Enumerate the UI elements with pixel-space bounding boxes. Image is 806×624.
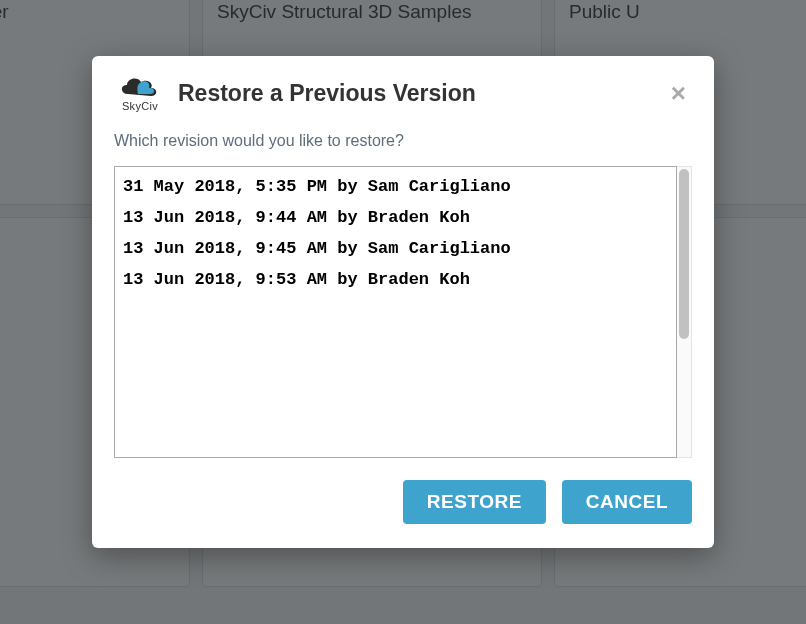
logo-text: SkyCiv xyxy=(114,100,166,112)
restore-version-modal: SkyCiv Restore a Previous Version × Whic… xyxy=(92,56,714,548)
revision-item[interactable]: 13 Jun 2018, 9:44 AM by Braden Koh xyxy=(115,202,676,233)
revision-item[interactable]: 13 Jun 2018, 9:53 AM by Braden Koh xyxy=(115,264,676,295)
modal-title: Restore a Previous Version xyxy=(178,80,476,107)
revision-item[interactable]: 31 May 2018, 5:35 PM by Sam Carigliano xyxy=(115,171,676,202)
modal-header: SkyCiv Restore a Previous Version × xyxy=(92,56,714,118)
cancel-button[interactable]: CANCEL xyxy=(562,480,692,524)
restore-button[interactable]: RESTORE xyxy=(403,480,546,524)
cloud-icon xyxy=(118,74,162,98)
modal-prompt: Which revision would you like to restore… xyxy=(92,118,714,160)
revision-item[interactable]: 13 Jun 2018, 9:45 AM by Sam Carigliano xyxy=(115,233,676,264)
scrollbar-thumb[interactable] xyxy=(679,169,689,339)
scrollbar-track[interactable] xyxy=(677,166,692,458)
close-icon[interactable]: × xyxy=(665,78,692,108)
revision-list-container: 31 May 2018, 5:35 PM by Sam Carigliano 1… xyxy=(114,166,692,458)
modal-footer: RESTORE CANCEL xyxy=(92,458,714,538)
revision-list[interactable]: 31 May 2018, 5:35 PM by Sam Carigliano 1… xyxy=(114,166,677,458)
skyciv-logo: SkyCiv xyxy=(114,74,166,112)
